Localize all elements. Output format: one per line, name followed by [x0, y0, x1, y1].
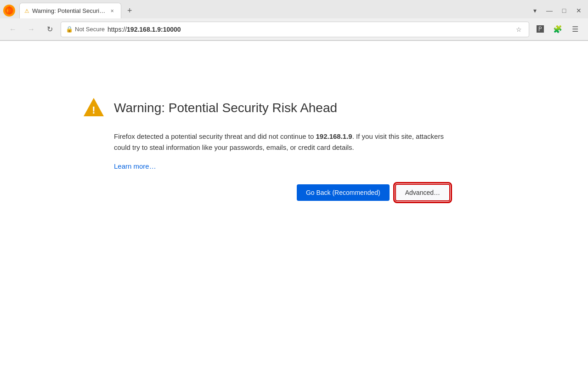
browser-tab-active[interactable]: ⚠ Warning: Potential Securi… ×	[19, 3, 121, 18]
description-bold: 192.168.1.9	[316, 132, 352, 140]
advanced-button[interactable]: Advanced…	[395, 184, 450, 201]
warning-triangle-icon: !	[83, 96, 105, 120]
warning-header: ! Warning: Potential Security Risk Ahead	[83, 96, 450, 120]
warning-body: Firefox detected a potential security th…	[83, 131, 450, 201]
extensions-button[interactable]: 🧩	[550, 22, 565, 37]
tab-bar: ⚠ Warning: Potential Securi… × + ▾ — □ ✕	[0, 0, 588, 18]
warning-container: ! Warning: Potential Security Risk Ahead…	[83, 96, 450, 201]
navigation-bar: ← → ↻ 🔒 Not Secure https://192.168.1.9:1…	[0, 18, 588, 40]
tab-close-button[interactable]: ×	[108, 7, 116, 15]
bookmark-button[interactable]: ☆	[513, 24, 524, 35]
url-port: :10000	[161, 26, 181, 33]
maximize-button[interactable]: □	[558, 4, 571, 17]
svg-text:!: !	[92, 104, 95, 116]
address-bar-right: ☆	[513, 24, 524, 35]
firefox-logo	[3, 4, 16, 17]
page-content: ! Warning: Potential Security Risk Ahead…	[0, 41, 588, 370]
reload-button[interactable]: ↻	[42, 22, 57, 37]
tab-bar-controls: ▾ — □ ✕	[528, 4, 585, 17]
close-window-button[interactable]: ✕	[572, 4, 585, 17]
address-url: https://192.168.1.9:10000	[107, 26, 181, 33]
tab-dropdown-button[interactable]: ▾	[528, 4, 541, 17]
minimize-button[interactable]: —	[543, 4, 556, 17]
nav-right-controls: 🅿 🧩 ☰	[533, 22, 582, 37]
tab-title: Warning: Potential Securi…	[32, 7, 105, 14]
go-back-button[interactable]: Go Back (Recommended)	[297, 184, 390, 201]
url-scheme: https://	[107, 26, 127, 33]
url-host: 192.168.1.9	[127, 26, 161, 33]
warning-description: Firefox detected a potential security th…	[114, 131, 450, 153]
learn-more-link[interactable]: Learn more…	[114, 162, 156, 170]
not-secure-badge: 🔒 Not Secure	[66, 26, 105, 33]
tab-warning-icon: ⚠	[24, 8, 29, 14]
address-bar[interactable]: 🔒 Not Secure https://192.168.1.9:10000 ☆	[61, 22, 529, 37]
pocket-button[interactable]: 🅿	[533, 22, 548, 37]
warning-title: Warning: Potential Security Risk Ahead	[114, 101, 337, 115]
back-button[interactable]: ←	[6, 22, 20, 37]
forward-button[interactable]: →	[24, 22, 39, 37]
new-tab-button[interactable]: +	[123, 4, 136, 17]
lock-icon: 🔒	[66, 26, 73, 33]
description-part1: Firefox detected a potential security th…	[114, 132, 316, 140]
not-secure-label: Not Secure	[75, 26, 105, 33]
menu-button[interactable]: ☰	[568, 22, 582, 37]
warning-buttons: Go Back (Recommended) Advanced…	[114, 184, 450, 201]
